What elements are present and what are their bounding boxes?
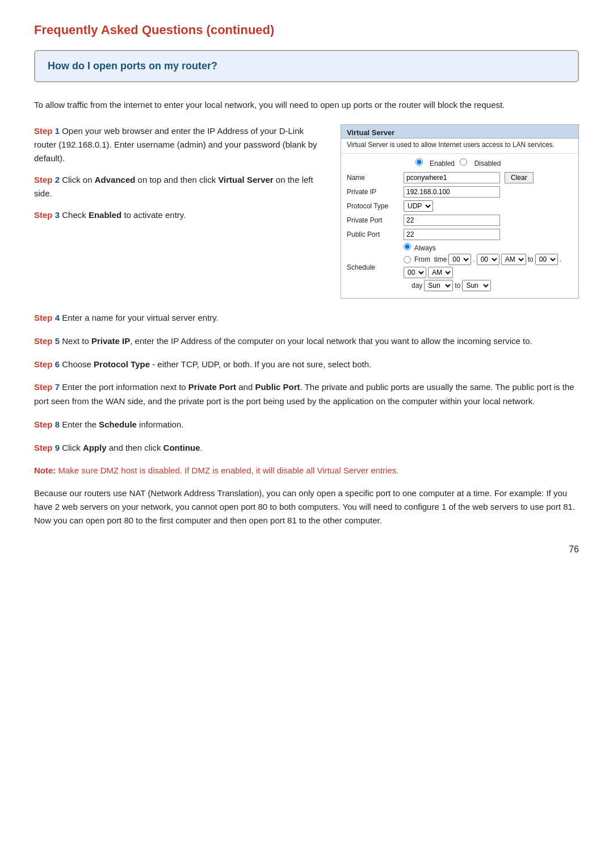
note-label: Note: — [34, 466, 56, 475]
vs-protocol-row: Protocol Type UDP TCP Both — [347, 200, 573, 212]
vs-title-bar: Virtual Server — [341, 125, 578, 139]
section-box: How do I open ports on my router? — [34, 50, 579, 82]
vs-disabled-radio[interactable] — [460, 158, 467, 166]
vs-day-row: day SunMonTueWedThuFriSat to SunMonTueWe… — [412, 280, 573, 291]
step6-block: Step 6 Choose Protocol Type - either TCP… — [34, 358, 579, 372]
step5-text: Next to Private IP, enter the IP Address… — [62, 336, 532, 346]
vs-day-from-select[interactable]: SunMonTueWedThuFriSat — [424, 280, 453, 291]
vs-radio-row: Enabled Disabled — [347, 158, 573, 167]
step7-text: Enter the port information next to Priva… — [34, 382, 574, 406]
step9-text: Click Apply and then click Continue. — [62, 443, 203, 452]
step9-block: Step 9 Click Apply and then click Contin… — [34, 441, 579, 455]
vs-protocol-select[interactable]: UDP TCP Both — [404, 200, 433, 212]
vs-to-sep1: . — [560, 255, 561, 263]
vs-private-ip-row: Private IP — [347, 186, 573, 198]
vs-always-row: Always — [404, 243, 573, 252]
vs-private-ip-label: Private IP — [347, 188, 404, 196]
vs-public-port-row: Public Port — [347, 229, 573, 240]
step1-text: Open your web browser and enter the IP A… — [34, 126, 317, 163]
vs-schedule-row: Schedule Always From time 00 . 00 AMP — [347, 243, 573, 291]
vs-private-port-label: Private Port — [347, 216, 404, 224]
step2-block: Step 2 Click on Advanced on top and then… — [34, 173, 324, 200]
step6-text: Choose Protocol Type - either TCP, UDP, … — [62, 359, 371, 369]
step3-label: Step 3 — [34, 210, 62, 220]
vs-always-label: Always — [414, 244, 436, 252]
step3-block: Step 3 Check Enabled to activate entry. — [34, 208, 324, 222]
step4-block: Step 4 Enter a name for your virtual ser… — [34, 311, 579, 325]
vs-from-min-select[interactable]: 00 — [477, 254, 499, 265]
page-number: 76 — [34, 544, 579, 555]
step8-block: Step 8 Enter the Schedule information. — [34, 418, 579, 432]
step8-label: Step 8 — [34, 420, 60, 429]
vs-from-hour-select[interactable]: 00 — [448, 254, 471, 265]
page-title: Frequently Asked Questions (continued) — [34, 23, 579, 37]
vs-day-to-label: to — [455, 282, 460, 290]
step6-label: Step 6 — [34, 359, 60, 369]
vs-enabled-radio[interactable] — [415, 158, 423, 166]
step8-text: Enter the Schedule information. — [62, 420, 183, 429]
vs-name-label: Name — [347, 174, 404, 182]
step9-label: Step 9 — [34, 443, 60, 452]
step7-label: Step 7 — [34, 382, 60, 392]
step4-label: Step 4 — [34, 313, 60, 322]
vs-always-radio[interactable] — [404, 243, 411, 250]
vs-enabled-label: Enabled — [430, 160, 455, 167]
vs-private-ip-input[interactable] — [404, 186, 500, 198]
step2-text: Click on Advanced on top and then click … — [34, 175, 313, 198]
vs-schedule-options: Always From time 00 . 00 AMPM to 00 . 00 — [404, 243, 573, 291]
step5-block: Step 5 Next to Private IP, enter the IP … — [34, 334, 579, 349]
step1-label-step: Step — [34, 126, 55, 136]
vs-body: Enabled Disabled Name Clear Private IP P… — [341, 154, 578, 298]
vs-public-port-label: Public Port — [347, 230, 404, 238]
virtual-server-panel: Virtual Server Virtual Server is used to… — [341, 124, 579, 299]
vs-to-hour-select[interactable]: 00 — [535, 254, 558, 265]
vs-name-input[interactable] — [404, 172, 500, 183]
vs-to-min-select[interactable]: 00 — [404, 267, 426, 278]
vs-from-time-label: From time — [414, 255, 447, 263]
note-text: Make sure DMZ host is disabled. If DMZ i… — [58, 466, 399, 475]
vs-to-label: to — [528, 255, 534, 263]
section-heading: How do I open ports on my router? — [48, 60, 565, 72]
content-area: Step 1 Open your web browser and enter t… — [34, 124, 579, 299]
vs-private-port-input[interactable] — [404, 215, 500, 226]
intro-text: To allow traffic from the internet to en… — [34, 98, 579, 112]
step1-block: Step 1 Open your web browser and enter t… — [34, 124, 324, 165]
vs-name-row: Name Clear — [347, 172, 573, 183]
vs-private-port-row: Private Port — [347, 215, 573, 226]
vs-from-time-row: From time 00 . 00 AMPM to 00 . 00 AMPM — [404, 254, 573, 278]
closing-text: Because our routers use NAT (Network Add… — [34, 487, 579, 527]
vs-protocol-label: Protocol Type — [347, 202, 404, 210]
step4-text: Enter a name for your virtual server ent… — [62, 313, 219, 322]
step1-label: Step 1 — [34, 126, 62, 136]
vs-schedule-label: Schedule — [347, 263, 404, 271]
step3-label-step: Step — [34, 210, 55, 220]
vs-from-radio[interactable] — [404, 256, 411, 263]
step2-label-step: Step — [34, 175, 55, 184]
vs-from-sep1: . — [473, 255, 475, 263]
vs-disabled-label: Disabled — [475, 160, 501, 167]
vs-public-port-input[interactable] — [404, 229, 500, 240]
vs-from-ampm-select[interactable]: AMPM — [501, 254, 526, 265]
steps-left: Step 1 Open your web browser and enter t… — [34, 124, 324, 299]
note-block: Note: Make sure DMZ host is disabled. If… — [34, 464, 579, 477]
step2-label: Step 2 — [34, 175, 62, 184]
vs-subtitle: Virtual Server is used to allow Internet… — [341, 139, 578, 154]
vs-day-label: day — [412, 282, 422, 290]
vs-day-to-select[interactable]: SunMonTueWedThuFriSat — [462, 280, 491, 291]
step7-block: Step 7 Enter the port information next t… — [34, 380, 579, 409]
vs-clear-button[interactable]: Clear — [505, 172, 534, 183]
vs-to-ampm-select[interactable]: AMPM — [428, 267, 453, 278]
step3-text: Check Enabled to activate entry. — [62, 210, 186, 220]
step5-label: Step 5 — [34, 336, 60, 346]
